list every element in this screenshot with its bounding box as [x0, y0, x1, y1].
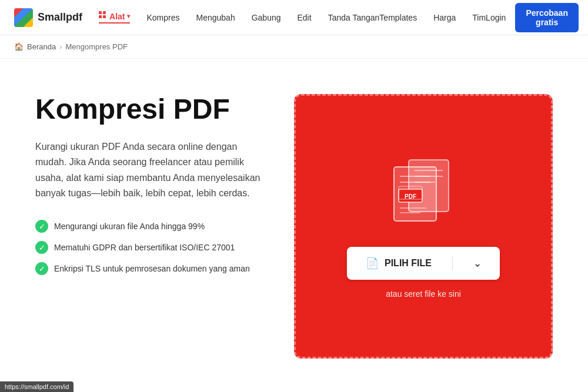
breadcrumb-current: Mengompres PDF [66, 42, 128, 51]
svg-rect-0 [99, 11, 102, 14]
logo-text: Smallpdf [38, 11, 82, 24]
pick-file-label: PILIH FILE [385, 258, 432, 269]
chevron-down-icon: ▾ [127, 13, 130, 19]
nav-harga[interactable]: Harga [433, 11, 456, 25]
nav-kompres[interactable]: Kompres [146, 11, 179, 25]
feature-text-2: Mematuhi GDPR dan bersertifikat ISO/IEC … [54, 243, 235, 252]
feature-list: ✓ Mengurangi ukuran file Anda hingga 99%… [35, 220, 270, 275]
nav-grid-icon [99, 11, 107, 21]
trial-button[interactable]: Percobaan gratis [515, 3, 579, 32]
svg-rect-3 [103, 15, 106, 18]
nav-right: Login Percobaan gratis [486, 3, 579, 32]
nav-tim[interactable]: Tim [472, 11, 486, 25]
footer-url-hint: https://smallpdf.com/id [0, 381, 74, 392]
drop-hint: atau seret file ke sini [386, 289, 461, 299]
nav-templates[interactable]: Templates [379, 11, 417, 25]
home-icon: 🏠 [14, 42, 24, 51]
breadcrumb-home[interactable]: Beranda [27, 42, 56, 51]
feature-item-2: ✓ Mematuhi GDPR dan bersertifikat ISO/IE… [35, 241, 270, 254]
svg-rect-2 [99, 15, 102, 18]
nav-left: Smallpdf Alat ▾ Kompres Mengubah Gabung … [14, 8, 379, 27]
breadcrumb: 🏠 Beranda › Mengompres PDF [0, 35, 588, 59]
nav-gabung[interactable]: Gabung [252, 11, 281, 25]
svg-text:PDF: PDF [405, 193, 416, 200]
pick-file-button[interactable]: 📄 PILIH FILE ⌄ [347, 247, 500, 280]
check-icon-1: ✓ [35, 220, 48, 233]
pdf-illustration: PDF [376, 154, 470, 230]
svg-rect-1 [103, 11, 106, 14]
main-content: Kompresi PDF Kurangi ukuran PDF Anda sec… [0, 59, 588, 392]
file-icon: 📄 [366, 257, 379, 270]
left-column: Kompresi PDF Kurangi ukuran PDF Anda sec… [35, 94, 270, 275]
pdf-svg-icon: PDF [376, 154, 470, 230]
button-divider [452, 256, 453, 270]
nav-tanda-tangan[interactable]: Tanda Tangan [328, 11, 380, 25]
feature-item-1: ✓ Mengurangi ukuran file Anda hingga 99% [35, 220, 270, 233]
upload-panel[interactable]: PDF 📄 PILIH FILE ⌄ atau seret file ke si… [294, 94, 553, 359]
check-icon-2: ✓ [35, 241, 48, 254]
login-button[interactable]: Login [486, 13, 506, 22]
nav-mengubah[interactable]: Mengubah [196, 11, 235, 25]
main-nav: Smallpdf Alat ▾ Kompres Mengubah Gabung … [0, 0, 588, 35]
feature-text-1: Mengurangi ukuran file Anda hingga 99% [54, 222, 205, 231]
breadcrumb-separator: › [59, 42, 62, 51]
nav-center: Templates Harga Tim [379, 11, 486, 25]
page-title: Kompresi PDF [35, 94, 270, 125]
alat-label: Alat [109, 12, 125, 21]
nav-alat-menu[interactable]: Alat ▾ [99, 11, 130, 24]
feature-text-3: Enkripsi TLS untuk pemrosesan dokumen ya… [54, 264, 250, 273]
chevron-down-icon: ⌄ [473, 258, 481, 269]
logo-icon [14, 8, 33, 27]
pick-file-left: 📄 PILIH FILE [366, 257, 432, 270]
nav-edit[interactable]: Edit [298, 11, 312, 25]
page-description: Kurangi ukuran PDF Anda secara online de… [35, 139, 270, 202]
feature-item-3: ✓ Enkripsi TLS untuk pemrosesan dokumen … [35, 262, 270, 275]
logo[interactable]: Smallpdf [14, 8, 82, 27]
check-icon-3: ✓ [35, 262, 48, 275]
